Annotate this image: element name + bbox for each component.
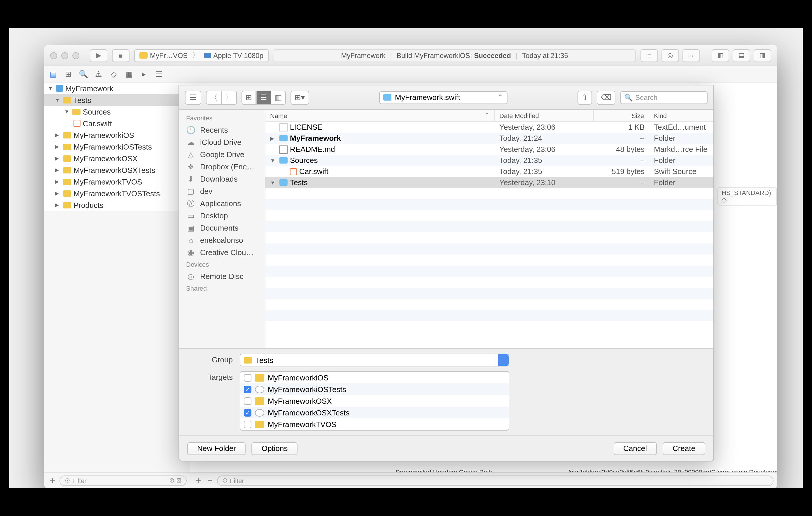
sidebar-favorites-header: Favorites [179, 112, 265, 124]
main-footer: ＋ － ⊙Filter [190, 472, 777, 488]
symbol-nav-icon[interactable]: ⊞ [63, 69, 74, 79]
nav-item[interactable]: ▼Tests [44, 94, 190, 106]
file-row[interactable]: ▶MyFrameworkToday, 21:24--Folder [265, 133, 714, 144]
dialog-toolbar: ☰ 〈 〉 ⊞ ☰ ▥ ⊞▾ MyFramework.swift⌃ ⇧ ⌫ 🔍S… [179, 85, 714, 110]
search-input[interactable]: 🔍Search [620, 91, 707, 104]
share-icon[interactable]: ⇧ [578, 90, 592, 104]
target-row[interactable]: MyFrameworkOSX [240, 395, 509, 407]
target-row[interactable]: MyFrameworkTVOS [240, 418, 509, 430]
traffic-lights[interactable] [50, 52, 79, 59]
new-folder-button[interactable]: New Folder [187, 442, 246, 455]
sidebar-item[interactable]: ❖Dropbox (Ene… [179, 161, 265, 173]
target-row[interactable]: ✓MyFrameworkiOSTests [240, 383, 509, 395]
project-nav-icon[interactable]: ▤ [48, 69, 58, 79]
target-row[interactable]: MyFrameworkiOS [240, 372, 509, 383]
file-row[interactable]: ▼TestsYesterday, 23:10--Folder [265, 177, 714, 188]
breakpoint-nav-icon[interactable]: ▸ [139, 69, 149, 79]
sidebar-item[interactable]: ⌂enekoalonso [179, 234, 265, 246]
create-button[interactable]: Create [663, 442, 705, 455]
sidebar-shared-header: Shared [179, 282, 265, 294]
view-options-icon[interactable]: ⊞▾ [290, 90, 309, 104]
file-row[interactable]: ▼SourcesToday, 21:35--Folder [265, 155, 714, 166]
editor-standard-icon[interactable]: ≡ [640, 49, 658, 62]
group-selector[interactable]: Tests [240, 354, 509, 366]
project-navigator: ▼MyFramework ▼Tests▼SourcesCar.swift▶MyF… [44, 83, 190, 211]
nav-item[interactable]: Car.swift [44, 118, 190, 129]
cancel-button[interactable]: Cancel [613, 442, 657, 455]
dialog-footer: New Folder Options Cancel Create [179, 435, 714, 461]
view-list-icon[interactable]: ☰ [256, 90, 271, 104]
targets-list: MyFrameworkiOS✓MyFrameworkiOSTestsMyFram… [240, 371, 509, 431]
nav-item[interactable]: ▶MyFrameworkOSXTests [44, 164, 190, 176]
archs-value: HS_STANDARD) ◇ [718, 187, 777, 206]
find-nav-icon[interactable]: 🔍 [78, 69, 89, 79]
sidebar-item[interactable]: ◉Creative Clou… [179, 246, 265, 259]
sidebar-item[interactable]: ◎Remote Disc [179, 270, 265, 282]
sidebar-devices-header: Devices [179, 259, 265, 270]
nav-item[interactable]: ▶Products [44, 199, 190, 211]
file-row[interactable]: Car.swiftToday, 21:35519 bytesSwift Sour… [265, 166, 714, 177]
sidebar-toggle-icon[interactable]: ☰ [185, 90, 201, 104]
file-list: Name⌃ Date Modified Size Kind LICENSEYes… [265, 110, 714, 348]
stop-button[interactable]: ■ [112, 49, 129, 62]
titlebar: ▶ ■ MyFr…VOS 〉 Apple TV 1080p MyFramewor… [44, 45, 777, 66]
nav-item[interactable]: ▶MyFrameworkTVOS [44, 176, 190, 187]
editor-version-icon[interactable]: ↔ [683, 49, 700, 62]
sidebar-item[interactable]: ▭Desktop [179, 210, 265, 222]
dialog-sidebar: Favorites 🕒Recents☁iCloud Drive△Google D… [179, 110, 265, 348]
sidebar-item[interactable]: △Google Drive [179, 148, 265, 161]
nav-item[interactable]: ▶MyFrameworkiOSTests [44, 141, 190, 152]
file-row[interactable]: LICENSEYesterday, 23:061 KBTextEd…ument [265, 122, 714, 133]
panel-bottom-icon[interactable]: ⬓ [733, 49, 750, 62]
navigator-selector-bar: ▤ ⊞ 🔍 ⚠ ◇ ▦ ▸ ☰ [44, 66, 777, 83]
target-row[interactable]: ✓MyFrameworkOSXTests [240, 407, 509, 418]
add-icon[interactable]: ＋ [194, 474, 203, 487]
remove-icon[interactable]: － [205, 474, 215, 487]
nav-item[interactable]: ▶MyFrameworkiOS [44, 129, 190, 141]
nav-item[interactable]: ▼Sources [44, 106, 190, 118]
file-row[interactable]: README.mdYesterday, 23:0648 bytesMarkd…r… [265, 144, 714, 155]
sidebar-item[interactable]: ▢dev [179, 185, 265, 198]
editor-assistant-icon[interactable]: ◎ [662, 49, 679, 62]
main-filter-input[interactable]: ⊙Filter [217, 475, 774, 486]
nav-item[interactable]: ▶MyFrameworkTVOSTests [44, 187, 190, 199]
debug-nav-icon[interactable]: ▦ [124, 69, 134, 79]
add-icon[interactable]: ＋ [48, 474, 57, 487]
panel-right-icon[interactable]: ◨ [754, 49, 771, 62]
forward-button[interactable]: 〉 [222, 90, 237, 104]
scheme-selector[interactable]: MyFr…VOS 〉 Apple TV 1080p [134, 49, 269, 62]
activity-viewer: MyFramework| Build MyFrameworkiOS: Succe… [273, 49, 636, 62]
sidebar-item[interactable]: ⒶApplications [179, 198, 265, 210]
group-label: Group [202, 354, 233, 364]
test-nav-icon[interactable]: ◇ [109, 69, 119, 79]
location-popup[interactable]: MyFramework.swift⌃ [379, 91, 508, 104]
back-button[interactable]: 〈 [206, 90, 222, 104]
view-column-icon[interactable]: ▥ [271, 90, 286, 104]
panel-left-icon[interactable]: ◧ [712, 49, 729, 62]
nav-item[interactable]: ▶MyFrameworkOSX [44, 152, 190, 164]
nav-project-root[interactable]: ▼MyFramework [44, 83, 190, 94]
sidebar-item[interactable]: ▣Documents [179, 222, 265, 234]
list-header[interactable]: Name⌃ Date Modified Size Kind [265, 110, 714, 122]
targets-label: Targets [202, 371, 233, 382]
issue-nav-icon[interactable]: ⚠ [93, 69, 104, 79]
run-button[interactable]: ▶ [90, 49, 107, 62]
sidebar-item[interactable]: 🕒Recents [179, 124, 265, 136]
view-icon-icon[interactable]: ⊞ [241, 90, 256, 104]
sidebar-item[interactable]: ⬇Downloads [179, 173, 265, 185]
options-button[interactable]: Options [252, 442, 298, 455]
xcode-window: ▶ ■ MyFr…VOS 〉 Apple TV 1080p MyFramewor… [44, 45, 777, 488]
save-dialog: ☰ 〈 〉 ⊞ ☰ ▥ ⊞▾ MyFramework.swift⌃ ⇧ ⌫ 🔍S… [178, 85, 714, 461]
nav-filter-input[interactable]: ⊙Filter⊘ ⊠ [59, 475, 187, 486]
sidebar-item[interactable]: ☁iCloud Drive [179, 136, 265, 148]
navigator-footer: ＋ ⊙Filter⊘ ⊠ [44, 472, 190, 488]
report-nav-icon[interactable]: ☰ [154, 69, 165, 79]
eject-icon[interactable]: ⌫ [597, 90, 615, 104]
